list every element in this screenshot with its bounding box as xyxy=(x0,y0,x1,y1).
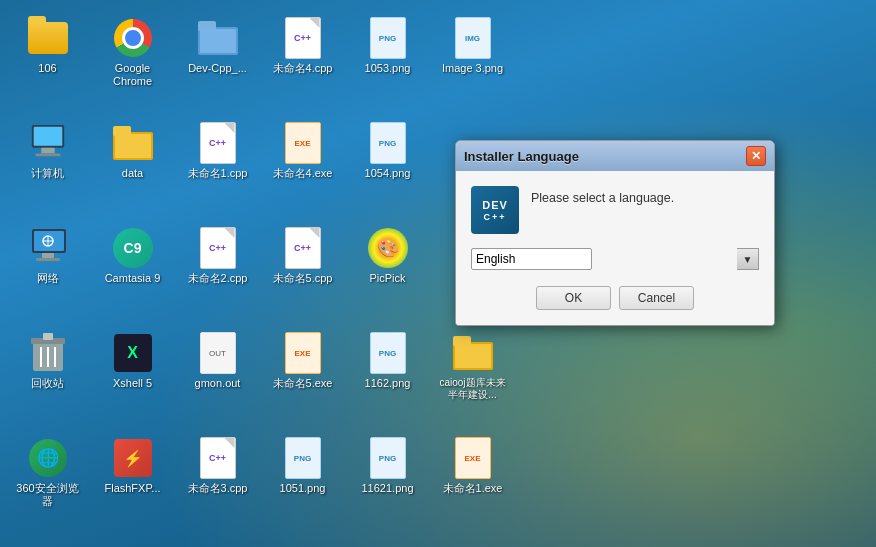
dialog-window: Installer Language ✕ DEV C++ Please sele… xyxy=(455,140,775,326)
desktop-icon-1053png[interactable]: PNG 1053.png xyxy=(350,10,425,110)
icon-label: 未命名2.cpp xyxy=(188,272,248,285)
cancel-button[interactable]: Cancel xyxy=(619,286,694,310)
icon-label: 未命名4.exe xyxy=(273,167,333,180)
picpick-icon: 🎨 xyxy=(368,228,408,268)
png-file-icon-2: PNG xyxy=(368,123,408,163)
icon-label: gmon.out xyxy=(195,377,241,390)
desktop-icon-caiojtm[interactable]: caiooj题库未来半年建设... xyxy=(435,325,510,425)
cpp-file-icon: C++ xyxy=(283,18,323,58)
desktop-icon-1162png[interactable]: PNG 1162.png xyxy=(350,325,425,425)
cpp-file-icon-2: C++ xyxy=(198,123,238,163)
desktop-icon-11621png[interactable]: PNG 11621.png xyxy=(350,430,425,530)
icon-label: 1051.png xyxy=(280,482,326,495)
svg-rect-13 xyxy=(36,258,60,261)
desktop-icon-1054png[interactable]: PNG 1054.png xyxy=(350,115,425,215)
png-file-icon-4: PNG xyxy=(283,438,323,478)
icon-label: Xshell 5 xyxy=(113,377,152,390)
desktop-icon-360[interactable]: 🌐 360安全浏览器 xyxy=(10,430,85,530)
folder-blue-icon xyxy=(198,18,238,58)
language-select-wrapper: English Chinese (Simplified) Chinese (Tr… xyxy=(471,248,759,270)
dialog-select-row: English Chinese (Simplified) Chinese (Tr… xyxy=(471,248,759,270)
dev-icon: DEV C++ xyxy=(471,186,519,234)
svg-rect-25 xyxy=(455,344,491,368)
icon-label: 未命名5.exe xyxy=(273,377,333,390)
cpp-file-icon-3: C++ xyxy=(198,228,238,268)
folder-icon xyxy=(28,18,68,58)
desktop-icon-wm2cpp[interactable]: C++ 未命名2.cpp xyxy=(180,220,255,320)
icon-label: 网络 xyxy=(37,272,59,285)
png-file-icon-5: PNG xyxy=(368,438,408,478)
browser-360-icon: 🌐 xyxy=(28,438,68,478)
png-file-icon-3: PNG xyxy=(368,333,408,373)
icon-label: 106 xyxy=(38,62,56,75)
exe-file-icon: EXE xyxy=(283,123,323,163)
desktop-icon-network[interactable]: 网络 xyxy=(10,220,85,320)
desktop-icon-wm1exe[interactable]: EXE 未命名1.exe xyxy=(435,430,510,530)
desktop-icon-computer[interactable]: 计算机 xyxy=(10,115,85,215)
icon-label: FlashFXP... xyxy=(104,482,160,495)
icon-label: 11621.png xyxy=(362,482,414,495)
desktop-icon-trash[interactable]: 回收站 xyxy=(10,325,85,425)
icon-label: 未命名5.cpp xyxy=(273,272,333,285)
desktop-icons: 106 Google Chrome Dev-Cpp_... C++ 未命名4.c… xyxy=(10,10,515,530)
dialog-buttons: OK Cancel xyxy=(471,286,759,310)
ok-button[interactable]: OK xyxy=(536,286,611,310)
icon-label: Image 3.png xyxy=(442,62,503,75)
gmon-icon: OUT xyxy=(198,333,238,373)
desktop-icon-wm3cpp[interactable]: C++ 未命名3.cpp xyxy=(180,430,255,530)
icon-label: data xyxy=(122,167,143,180)
exe-file-icon-3: EXE xyxy=(453,438,493,478)
trash-icon xyxy=(28,333,68,373)
desktop-icon-wm5cpp[interactable]: C++ 未命名5.cpp xyxy=(265,220,340,320)
icon-label: 未命名1.cpp xyxy=(188,167,248,180)
svg-rect-5 xyxy=(41,148,54,154)
dialog-top-section: DEV C++ Please select a language. xyxy=(471,186,759,234)
exe-file-icon-2: EXE xyxy=(283,333,323,373)
desktop-icon-chrome[interactable]: Google Chrome xyxy=(95,10,170,110)
icon-label: 未命名4.cpp xyxy=(273,62,333,75)
icon-label: 360安全浏览器 xyxy=(12,482,84,508)
desktop-icon-gmon[interactable]: OUT gmon.out xyxy=(180,325,255,425)
svg-rect-9 xyxy=(115,134,151,158)
desktop-icon-image3[interactable]: IMG Image 3.png xyxy=(435,10,510,110)
desktop-icon-flashfxp[interactable]: ⚡ FlashFXP... xyxy=(95,430,170,530)
desktop-icon-1051png[interactable]: PNG 1051.png xyxy=(265,430,340,530)
icon-label: caiooj题库未来半年建设... xyxy=(437,377,509,401)
desktop-icon-106[interactable]: 106 xyxy=(10,10,85,110)
svg-rect-4 xyxy=(33,127,62,146)
icon-label: 未命名1.exe xyxy=(443,482,503,495)
icon-label: 1053.png xyxy=(365,62,411,75)
icon-label: 回收站 xyxy=(31,377,64,390)
dropdown-arrow-icon: ▼ xyxy=(737,248,759,270)
desktop-icon-wm4exe[interactable]: EXE 未命名4.exe xyxy=(265,115,340,215)
desktop-icon-wm5exe[interactable]: EXE 未命名5.exe xyxy=(265,325,340,425)
svg-rect-2 xyxy=(200,29,236,53)
dialog-message: Please select a language. xyxy=(531,186,674,208)
flashfxp-icon: ⚡ xyxy=(113,438,153,478)
dialog-title: Installer Language xyxy=(464,149,579,164)
camtasia-icon: C9 xyxy=(113,228,153,268)
icon-label: 未命名3.cpp xyxy=(188,482,248,495)
svg-rect-19 xyxy=(43,333,53,340)
icon-label: Google Chrome xyxy=(97,62,169,88)
network-icon xyxy=(28,228,68,268)
cpp-file-icon-5: C++ xyxy=(198,438,238,478)
desktop-icon-wm4cpp[interactable]: C++ 未命名4.cpp xyxy=(265,10,340,110)
icon-label: 计算机 xyxy=(31,167,64,180)
desktop-icon-devcpp[interactable]: Dev-Cpp_... xyxy=(180,10,255,110)
icon-label: Camtasia 9 xyxy=(105,272,161,285)
installer-language-dialog: Installer Language ✕ DEV C++ Please sele… xyxy=(455,140,775,326)
dialog-close-button[interactable]: ✕ xyxy=(746,146,766,166)
chrome-icon xyxy=(113,18,153,58)
svg-rect-12 xyxy=(42,253,54,258)
svg-rect-6 xyxy=(35,153,60,156)
png-file-icon: PNG xyxy=(368,18,408,58)
desktop-icon-wm1cpp[interactable]: C++ 未命名1.cpp xyxy=(180,115,255,215)
desktop-icon-data[interactable]: data xyxy=(95,115,170,215)
dialog-titlebar: Installer Language ✕ xyxy=(456,141,774,171)
desktop-icon-xshell[interactable]: X Xshell 5 xyxy=(95,325,170,425)
desktop-icon-picpick[interactable]: 🎨 PicPick xyxy=(350,220,425,320)
desktop-icon-camtasia[interactable]: C9 Camtasia 9 xyxy=(95,220,170,320)
language-select[interactable]: English Chinese (Simplified) Chinese (Tr… xyxy=(471,248,592,270)
icon-label: 1162.png xyxy=(365,377,411,390)
